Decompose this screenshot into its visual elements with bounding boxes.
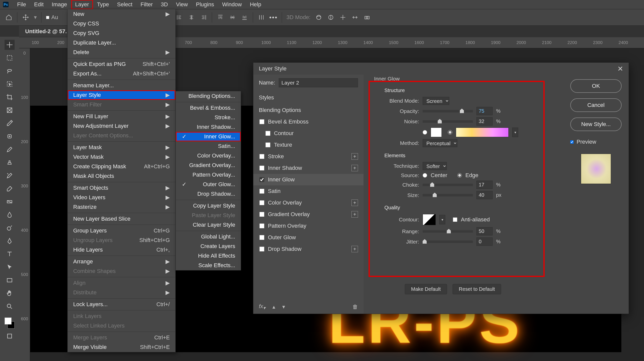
style-checkbox[interactable] (259, 177, 264, 182)
tool-pen[interactable] (5, 236, 15, 246)
menu-layer[interactable]: Layer (71, 0, 93, 9)
menu-item-copy-css[interactable]: Copy CSS (68, 19, 175, 28)
move-tool-icon[interactable] (22, 14, 29, 21)
solid-color-radio[interactable] (423, 130, 427, 135)
tool-clone-stamp[interactable] (5, 157, 15, 168)
submenu-item-color-overlay[interactable]: Color Overlay... (176, 151, 241, 161)
menu-item-hide-layers[interactable]: Hide LayersCtrl+, (68, 245, 175, 255)
technique-select[interactable]: Softer (423, 162, 447, 170)
tool-zoom[interactable] (5, 301, 15, 311)
tool-brush[interactable] (5, 144, 15, 154)
tool-gradient[interactable] (5, 197, 15, 207)
submenu-item-pattern-overlay[interactable]: Pattern Overlay... (176, 170, 241, 180)
menu-item-mask-all-objects[interactable]: Mask All Objects (68, 171, 175, 181)
menu-select[interactable]: Select (113, 0, 136, 9)
menu-edit[interactable]: Edit (30, 0, 48, 9)
style-row-color-overlay[interactable]: Color Overlay+ (253, 197, 364, 209)
menu-help[interactable]: Help (246, 0, 265, 9)
menu-item-rasterize[interactable]: Rasterize▶ (68, 202, 175, 212)
submenu-item-outer-glow[interactable]: ✓Outer Glow... (176, 180, 241, 189)
menu-window[interactable]: Window (218, 0, 246, 9)
cancel-button[interactable]: Cancel (570, 98, 622, 112)
align-center-v-icon[interactable] (229, 14, 236, 21)
3d-orbit-icon[interactable] (315, 14, 323, 21)
3d-pan-icon[interactable] (339, 14, 347, 21)
menu-item-merge-visible[interactable]: Merge VisibleShift+Ctrl+E (68, 342, 175, 352)
auto-select-checkbox[interactable]: Au (46, 14, 58, 21)
3d-scale-icon[interactable] (363, 14, 371, 21)
submenu-item-bevel-emboss[interactable]: Bevel & Emboss... (176, 103, 241, 113)
make-default-button[interactable]: Make Default (405, 284, 447, 294)
style-row-texture[interactable]: Texture (253, 139, 364, 151)
gradient-swatch[interactable] (456, 128, 509, 137)
noise-slider[interactable] (423, 120, 473, 123)
menu-item-arrange[interactable]: Arrange▶ (68, 257, 175, 266)
style-row-outer-glow[interactable]: Outer Glow (253, 232, 364, 243)
submenu-item-clear-layer-style[interactable]: Clear Layer Style (176, 220, 241, 230)
add-effect-icon[interactable]: + (351, 165, 358, 171)
tool-path-select[interactable] (5, 262, 15, 272)
tool-blur[interactable] (5, 210, 15, 220)
submenu-item-inner-shadow[interactable]: Inner Shadow... (176, 122, 241, 132)
range-input[interactable] (476, 227, 493, 235)
document-tab[interactable]: Untitled-2 @ 57. (19, 26, 73, 37)
menu-item-duplicate-layer[interactable]: Duplicate Layer... (68, 38, 175, 48)
edit-mode-toggle[interactable] (5, 331, 15, 341)
choke-slider[interactable] (423, 184, 473, 186)
menu-item-new[interactable]: New▶ (68, 9, 175, 19)
menu-item-smart-objects[interactable]: Smart Objects▶ (68, 183, 175, 193)
style-checkbox[interactable] (259, 154, 264, 159)
submenu-item-copy-layer-style[interactable]: Copy Layer Style (176, 201, 241, 211)
add-effect-icon[interactable]: + (351, 153, 358, 160)
menu-item-create-clipping-mask[interactable]: Create Clipping MaskAlt+Ctrl+G (68, 162, 175, 171)
menu-item-rename-layer[interactable]: Rename Layer... (68, 81, 175, 90)
style-checkbox[interactable] (259, 235, 264, 240)
style-row-gradient-overlay[interactable]: Gradient Overlay+ (253, 209, 364, 220)
add-effect-icon[interactable]: + (351, 199, 358, 206)
tool-eraser[interactable] (5, 184, 15, 194)
menu-item-group-layers[interactable]: Group LayersCtrl+G (68, 226, 175, 235)
reset-default-button[interactable]: Reset to Default (453, 284, 501, 294)
tool-type[interactable] (5, 249, 15, 259)
tool-move[interactable] (5, 40, 15, 50)
submenu-item-stroke[interactable]: Stroke... (176, 113, 241, 122)
menu-item-export-as[interactable]: Export As...Alt+Shift+Ctrl+' (68, 69, 175, 78)
submenu-item-scale-effects[interactable]: Scale Effects... (176, 261, 241, 270)
tool-spot-heal[interactable] (5, 131, 15, 141)
submenu-item-satin[interactable]: Satin... (176, 141, 241, 151)
menu-item-layer-mask[interactable]: Layer Mask▶ (68, 143, 175, 152)
jitter-input[interactable] (476, 237, 493, 246)
align-top-icon[interactable] (217, 14, 224, 21)
trash-icon[interactable]: 🗑 (352, 304, 358, 310)
add-effect-icon[interactable]: + (351, 246, 358, 252)
menu-image[interactable]: Image (48, 0, 71, 9)
gradient-radio[interactable] (448, 130, 452, 135)
align-center-h-icon[interactable] (188, 14, 195, 21)
submenu-item-inner-glow[interactable]: ✓Inner Glow... (176, 132, 241, 141)
menu-filter[interactable]: Filter (136, 0, 157, 9)
size-slider[interactable] (423, 194, 473, 196)
source-center-radio[interactable] (423, 173, 427, 178)
style-row-inner-shadow[interactable]: Inner Shadow+ (253, 162, 364, 174)
style-row-inner-glow[interactable]: Inner Glow (253, 174, 364, 185)
noise-input[interactable] (476, 117, 493, 126)
blending-options-row[interactable]: Blending Options (253, 104, 364, 116)
menu-item-layer-style[interactable]: Layer Style▶ (68, 90, 175, 100)
menu-3d[interactable]: 3D (157, 0, 172, 9)
submenu-item-blending-options[interactable]: Blending Options... (176, 91, 241, 101)
styles-header[interactable]: Styles (253, 91, 364, 104)
submenu-item-drop-shadow[interactable]: Drop Shadow... (176, 189, 241, 199)
more-icon[interactable]: ••• (270, 14, 277, 21)
align-right-icon[interactable] (200, 14, 207, 21)
tool-frame[interactable] (5, 105, 15, 115)
menu-item-quick-export-as-png[interactable]: Quick Export as PNGShift+Ctrl+' (68, 59, 175, 69)
menu-item-vector-mask[interactable]: Vector Mask▶ (68, 152, 175, 162)
tool-dodge[interactable] (5, 223, 15, 233)
tool-rectangle[interactable] (5, 275, 15, 285)
menu-type[interactable]: Type (93, 0, 113, 9)
layer-name-input[interactable] (279, 78, 358, 87)
menu-item-video-layers[interactable]: Video Layers▶ (68, 193, 175, 202)
close-icon[interactable]: ✕ (617, 65, 623, 73)
submenu-item-global-light[interactable]: Global Light... (176, 232, 241, 242)
anti-aliased-checkbox[interactable] (453, 217, 457, 222)
